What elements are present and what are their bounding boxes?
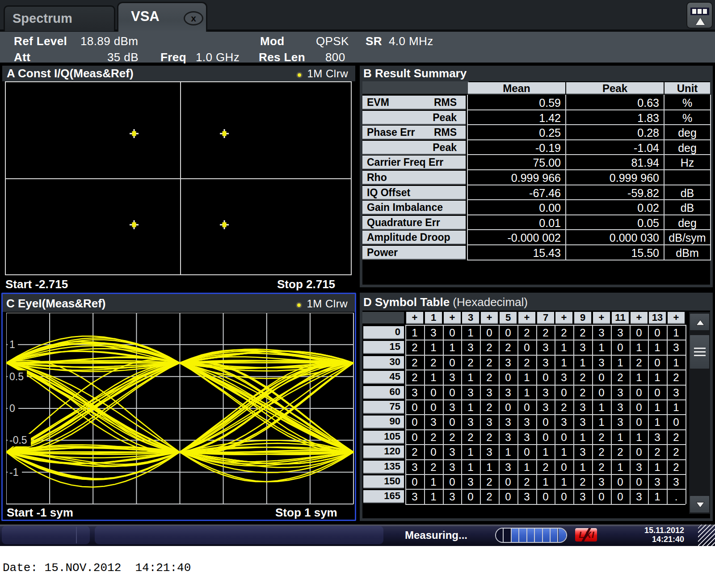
svg-text:-0.5: -0.5 bbox=[9, 434, 27, 446]
svg-text:0.5: 0.5 bbox=[9, 371, 24, 382]
svg-text:1: 1 bbox=[9, 339, 15, 350]
svg-text:0: 0 bbox=[9, 403, 15, 414]
svg-text:-1: -1 bbox=[9, 466, 18, 478]
